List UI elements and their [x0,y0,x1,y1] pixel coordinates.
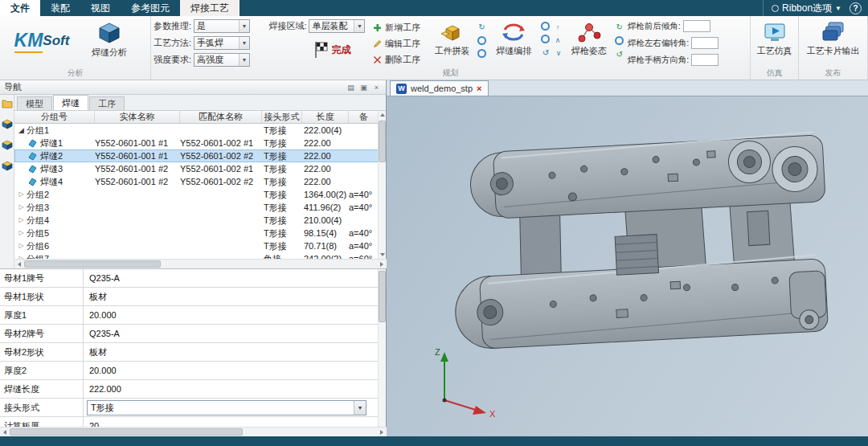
circle-tool-icon[interactable] [477,49,486,58]
weld-analysis-icon [97,21,121,45]
circle-tool-icon[interactable] [477,36,486,45]
scrollbar-thumb[interactable] [10,428,243,436]
scroll-right-icon[interactable] [377,428,387,436]
scrollbar-thumb[interactable] [379,271,386,322]
scroll-left-icon[interactable] [0,428,10,436]
finish-button[interactable]: 完成 [313,41,371,59]
panel-horizontal-scrollbar[interactable] [0,427,387,436]
edit-process-button[interactable]: 编辑工序 [373,35,429,51]
weld-arrange-button[interactable]: 焊缝编排 [489,18,538,57]
tree-vertical-scrollbar[interactable] [378,111,386,259]
tree-toggle-icon[interactable]: ▷ [16,239,27,252]
torch-handle-angle-input[interactable] [691,54,719,66]
close-icon[interactable]: × [371,82,382,92]
scroll-right-icon[interactable] [377,260,387,268]
3d-canvas[interactable]: Z X [387,96,868,436]
group-row[interactable]: ▷分组6T形接70.71(8)a=40° [14,239,379,252]
row-name: 焊缝3 [40,162,63,175]
torch-pitch-angle-input[interactable] [683,20,710,32]
column-entity[interactable]: 实体名称 [95,111,180,123]
group-label-planning: 规划 [151,68,750,80]
weld-row[interactable]: 焊缝4Y552-0601-001 #2Y552-0601-002 #2T形接22… [14,175,379,188]
part-cube-icon[interactable] [2,161,13,171]
group-row[interactable]: ▷分组3T形接411.96(2)a=40° [14,201,379,214]
menu-tab-assembly[interactable]: 装配 [40,0,80,16]
property-grid: 母材1牌号Q235-A母材1形状板材厚度120.000母材2牌号Q235-A母材… [0,268,386,427]
column-match[interactable]: 匹配体名称 [180,111,262,123]
folder-icon[interactable] [2,98,13,108]
joint-type: 角接 [262,252,302,259]
scrollbar-thumb[interactable] [379,121,386,162]
tree-toggle-icon[interactable]: ◢ [16,124,27,137]
process-method-label: 工艺方法: [154,37,191,49]
weld-row[interactable]: 焊缝2Y552-0601-001 #1Y552-0601-002 #2T形接22… [14,149,379,162]
group-row[interactable]: ◢分组1T形接222.00(4) [14,124,379,137]
chevron-down-icon: ▼ [835,5,841,12]
column-length[interactable]: 长度 [302,111,349,123]
close-icon[interactable]: × [477,84,481,93]
refresh-icon[interactable]: ↺ [614,49,624,59]
arrow-up-icon[interactable]: ↑ [552,22,563,32]
tree-toggle-icon[interactable]: ▷ [16,214,27,227]
column-remark[interactable]: 备 [349,111,379,123]
tab-process[interactable]: 工序 [89,96,125,110]
tab-weld-seam[interactable]: 焊缝 [53,95,88,110]
group-row[interactable]: ▷分组7角接242.00(2)a=60° [14,252,379,259]
refresh-icon[interactable]: ↺ [540,47,551,58]
chevron-down-icon[interactable]: ▼ [354,401,366,415]
tree-toggle-icon[interactable]: ▷ [16,201,27,214]
menu-tab-reference-geometry[interactable]: 参考图元 [121,0,180,16]
weld-analysis-button[interactable]: 焊缝分析 [83,18,136,59]
group-row[interactable]: ▷分组4T形接210.00(4) [14,214,379,227]
remark-value: a=40° [349,188,379,201]
chevron-down-icon: ▼ [354,20,364,32]
tree-horizontal-scrollbar[interactable] [14,259,387,268]
property-vertical-scrollbar[interactable] [378,269,386,427]
chevron-up-icon[interactable]: ∧ [552,35,563,45]
refresh-icon[interactable]: ↻ [614,22,624,32]
delete-process-button[interactable]: 删除工序 [373,51,429,68]
scroll-up-icon[interactable] [379,111,387,119]
column-group[interactable]: 分组号 [14,111,95,123]
menu-tab-file[interactable]: 文件 [0,0,40,16]
part-cube-icon[interactable] [2,140,13,150]
tab-model[interactable]: 模型 [17,96,52,110]
tree-toggle-icon[interactable]: ▷ [16,188,27,201]
process-card-output-button[interactable]: 工艺卡片输出 [801,18,865,57]
group-row[interactable]: ▷分组2T形接1364.00(2)a=40° [14,188,379,201]
torch-pose-button[interactable]: 焊枪姿态 [567,18,612,57]
remark-value [349,149,379,162]
param-infer-select[interactable]: 是 ▼ [194,19,250,33]
torch-yaw-angle-input[interactable] [691,37,719,49]
scrollbar-thumb[interactable] [24,260,161,268]
weld-region-select[interactable]: 单层装配 ▼ [309,19,365,33]
help-button[interactable]: ? [850,2,862,14]
part-assembly-button[interactable]: 工件拼装 [431,18,474,57]
menu-tab-view[interactable]: 视图 [80,0,121,16]
document-tab[interactable]: W weld_demo_stp × [390,80,489,96]
grid-icon[interactable]: ▤ [346,82,356,92]
part-cube-icon[interactable] [2,119,13,129]
column-joint[interactable]: 接头形式 [262,111,302,123]
property-value: 板材 [89,346,107,358]
refresh-icon[interactable]: ↻ [477,22,487,32]
process-simulation-button[interactable]: 工艺仿真 [753,18,796,57]
tree-toggle-icon[interactable]: ▷ [16,227,27,239]
tree-toggle-icon[interactable]: ▷ [16,252,27,259]
menu-tab-welding-process[interactable]: 焊接工艺 [180,0,240,16]
process-method-select[interactable]: 手弧焊 ▼ [194,36,250,50]
add-process-button[interactable]: 新增工序 [373,19,429,35]
circle-tool-icon[interactable] [541,22,550,31]
ribbon-options-button[interactable]: Ribbon选项 ▼ [763,0,850,16]
group-row[interactable]: ▷分组5T形接98.15(4)a=40° [14,227,379,239]
joint-type-select[interactable]: T形接▼ [87,400,366,415]
weld-row[interactable]: 焊缝1Y552-0601-001 #1Y552-0601-002 #1T形接22… [14,137,379,149]
circle-tool-icon[interactable] [541,35,550,43]
chevron-down-icon[interactable]: ∨ [553,47,563,58]
weld-row[interactable]: 焊缝3Y552-0601-001 #2Y552-0601-002 #1T形接22… [14,162,379,175]
pin-icon[interactable]: ▣ [358,82,369,92]
scroll-left-icon[interactable] [14,260,24,268]
scroll-down-icon[interactable] [379,251,387,259]
strength-requirement-select[interactable]: 高强度 ▼ [194,53,250,67]
circle-tool-icon[interactable] [615,36,624,45]
